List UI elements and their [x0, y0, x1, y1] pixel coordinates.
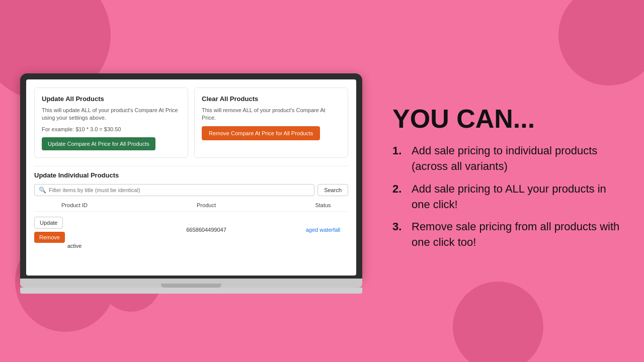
- laptop-stand: [20, 288, 362, 294]
- individual-section: Update Individual Products 🔍 Search: [34, 171, 348, 251]
- right-panel: YOU CAN... 1. Add sale pricing to indivi…: [382, 0, 644, 362]
- laptop-screen: Update All Products This will update ALL…: [20, 73, 362, 279]
- table-header: Product ID Product Status: [34, 202, 348, 212]
- cell-product-id: 6658604499047: [115, 227, 298, 233]
- table-row: Update Remove 6658604499047 aged waterfa…: [34, 215, 348, 251]
- feature-text-2: Add sale pricing to ALL your products in…: [412, 182, 624, 213]
- action-buttons: Update Remove: [34, 217, 115, 243]
- clear-all-desc: This will remove ALL of your product's C…: [202, 107, 341, 122]
- individual-section-title: Update Individual Products: [34, 171, 348, 179]
- feature-item-2: 2. Add sale pricing to ALL your products…: [392, 182, 624, 213]
- update-all-card: Update All Products This will update ALL…: [34, 87, 188, 158]
- cell-status: active: [34, 243, 115, 249]
- feature-text-1: Add sale pricing to individual products …: [412, 143, 624, 174]
- search-input-wrap: 🔍: [34, 184, 314, 196]
- update-all-desc: This will update ALL of your product's C…: [42, 107, 181, 122]
- feature-text-3: Remove sale pricing from all products wi…: [412, 219, 624, 250]
- app-content: Update All Products This will update ALL…: [34, 87, 348, 251]
- remove-compare-button[interactable]: Remove Compare At Price for All Products: [202, 126, 320, 140]
- feature-item-1: 1. Add sale pricing to individual produc…: [392, 143, 624, 174]
- app-window: Update All Products This will update ALL…: [26, 79, 356, 276]
- clear-all-title: Clear All Products: [202, 95, 341, 103]
- laptop-wrapper: Update All Products This will update ALL…: [20, 73, 362, 294]
- search-row: 🔍 Search: [34, 184, 348, 196]
- cell-product-name: aged waterfall: [298, 227, 348, 233]
- main-layout: Update All Products This will update ALL…: [0, 0, 644, 362]
- laptop-base: [20, 279, 362, 288]
- left-panel: Update All Products This will update ALL…: [0, 0, 382, 362]
- feature-list: 1. Add sale pricing to individual produc…: [392, 143, 624, 257]
- products-table: Product ID Product Status Update Remove: [34, 202, 348, 251]
- divider: [34, 166, 348, 166]
- search-icon: 🔍: [39, 187, 46, 194]
- update-all-example: For example: $10 * 3.0 = $30.50: [42, 126, 181, 132]
- list-number-2: 2.: [392, 182, 408, 213]
- product-link[interactable]: aged waterfall: [306, 227, 341, 233]
- cell-actions: Update Remove: [34, 217, 115, 243]
- cards-row: Update All Products This will update ALL…: [34, 87, 348, 158]
- search-input[interactable]: [49, 187, 310, 193]
- update-product-button[interactable]: Update: [34, 217, 63, 229]
- you-can-title: YOU CAN...: [392, 105, 624, 133]
- update-all-title: Update All Products: [42, 95, 181, 103]
- col-header-product: Product: [115, 202, 298, 208]
- col-header-status: Status: [298, 202, 348, 208]
- remove-product-button[interactable]: Remove: [34, 232, 65, 243]
- list-number-1: 1.: [392, 143, 408, 174]
- clear-all-card: Clear All Products This will remove ALL …: [194, 87, 348, 158]
- col-header-product-id: Product ID: [34, 202, 115, 208]
- feature-item-3: 3. Remove sale pricing from all products…: [392, 219, 624, 250]
- search-button[interactable]: Search: [317, 184, 348, 196]
- update-all-button[interactable]: Update Compare At Price for All Products: [42, 137, 155, 150]
- list-number-3: 3.: [392, 219, 408, 250]
